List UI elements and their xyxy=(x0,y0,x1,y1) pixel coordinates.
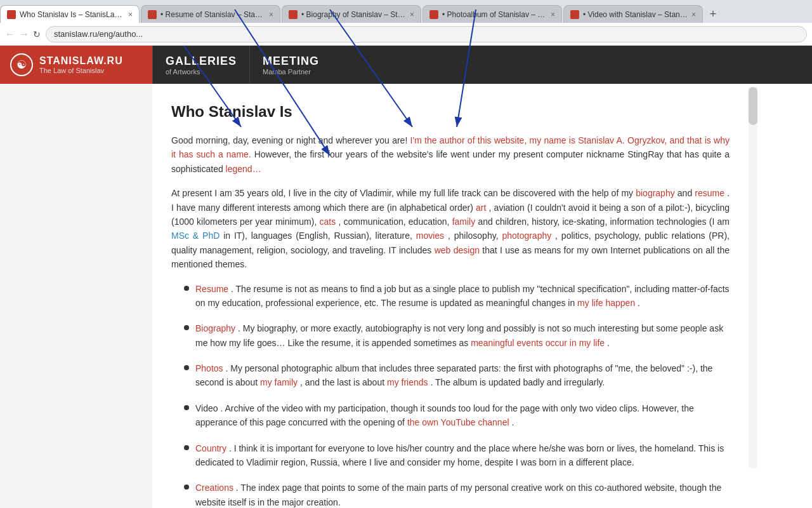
refresh-button[interactable]: ↻ xyxy=(33,29,41,39)
p1-text: Good morning, day, evening or night and … xyxy=(171,135,410,145)
new-tab-button[interactable]: + xyxy=(704,5,722,23)
site-title: STANISLAW.RU xyxy=(39,55,123,67)
tab-close-4[interactable]: × xyxy=(551,10,555,19)
tabs-bar: Who Stanislav Is – StanisLaw.ru × • Resu… xyxy=(0,0,812,23)
p2-text1: At present I am 35 years old, I live in … xyxy=(171,188,636,198)
nav-meeting-label: MEETING xyxy=(263,55,319,68)
my-family-link[interactable]: my family xyxy=(260,377,298,387)
creations-text: . The index page that points to some of … xyxy=(195,483,721,507)
resume-link[interactable]: Resume xyxy=(195,284,228,294)
page-wrapper: Who Stanislav Is – StanisLaw.ru × • Resu… xyxy=(0,0,812,508)
bullet-text-resume: Resume . The resume is not as means to f… xyxy=(195,282,730,311)
bullet-text-country: Country . I think it is important for ev… xyxy=(195,441,730,470)
p2-and: and xyxy=(678,188,695,198)
p2-text6: in IT), languages (English, Russian), li… xyxy=(223,231,416,241)
tab-5[interactable]: • Video with Stanislav – StanisLa... × xyxy=(563,5,703,23)
nav-meeting[interactable]: MEETING Mamba Partner xyxy=(249,46,332,84)
tab-close-3[interactable]: × xyxy=(410,10,414,19)
p2-cats-link[interactable]: cats xyxy=(320,217,336,227)
tab-2[interactable]: • Resume of Stanislav – StanisL... × xyxy=(141,5,280,23)
tab-4[interactable]: • Photoalbum of Stanislav – Stan... × xyxy=(422,5,562,23)
back-button[interactable]: ← xyxy=(5,29,15,40)
bullet-creations: Creations . The index page that points t… xyxy=(184,481,730,508)
tab-title-2: • Resume of Stanislav – StanisL... xyxy=(160,10,265,19)
bullet-dot-resume xyxy=(184,286,189,291)
my-friends-link[interactable]: my friends xyxy=(387,377,428,387)
tab-favicon-2 xyxy=(148,10,157,19)
bio-text: . My biography, or more exactly, autobio… xyxy=(195,323,723,347)
p2-photography-link[interactable]: photography xyxy=(502,231,551,241)
video-text2: . xyxy=(511,417,514,427)
tab-close-5[interactable]: × xyxy=(691,10,696,19)
bullet-dot-country xyxy=(184,445,189,450)
p2-webdesign-link[interactable]: web design xyxy=(435,245,480,255)
p2-bio-link[interactable]: biography xyxy=(636,188,675,198)
bullet-text-creations: Creations . The index page that points t… xyxy=(195,481,730,508)
tab-3[interactable]: • Biography of Stanislav – Stanis... × xyxy=(282,5,421,23)
bullet-text-video: Video . Archive of the video with my par… xyxy=(195,401,730,430)
bullet-text-bio: Biography . My biography, or more exactl… xyxy=(195,321,730,350)
resume-highlight: my life happen xyxy=(577,298,635,308)
bullet-photos: Photos . My personal photographic album … xyxy=(184,361,730,390)
bio-highlight: meaningful events occur in my life xyxy=(471,338,605,348)
paragraph-2: At present I am 35 years old, I live in … xyxy=(171,186,730,271)
p2-movies-link[interactable]: movies xyxy=(416,231,444,241)
tab-favicon-4 xyxy=(429,10,438,19)
p2-text5: and children, history, ice-skating, info… xyxy=(478,217,730,227)
scrollbar-thumb[interactable] xyxy=(749,87,757,125)
content-area: Who Stanislav Is Good morning, day, even… xyxy=(152,84,749,508)
tab-title-1: Who Stanislav Is – StanisLaw.ru xyxy=(20,10,124,19)
resume-text: . The resume is not as means to find a j… xyxy=(195,284,730,308)
bullet-resume: Resume . The resume is not as means to f… xyxy=(184,282,730,311)
site-nav: GALLERIES of Artworks MEETING Mamba Part… xyxy=(152,46,332,84)
page-title: Who Stanislav Is xyxy=(171,103,730,121)
address-bar: ← → ↻ xyxy=(0,23,812,46)
p1-legend-link[interactable]: legend… xyxy=(226,164,261,174)
nav-galleries-label: GALLERIES xyxy=(166,55,237,68)
forward-button[interactable]: → xyxy=(19,29,29,40)
bullet-video: Video . Archive of the video with my par… xyxy=(184,401,730,430)
right-sidebar xyxy=(749,84,812,508)
tab-close-2[interactable]: × xyxy=(269,10,273,19)
country-link[interactable]: Country xyxy=(195,443,226,453)
site-logo-text: STANISLAW.RU The Law of Stanislav xyxy=(39,55,123,74)
photos-link[interactable]: Photos xyxy=(195,363,223,373)
bullet-biography: Biography . My biography, or more exactl… xyxy=(184,321,730,350)
tab-close-1[interactable]: × xyxy=(128,10,133,19)
bullet-dot-creations xyxy=(184,485,189,490)
site-logo-icon: ☯ xyxy=(10,53,33,76)
bullet-dot-video xyxy=(184,405,189,410)
tab-favicon-5 xyxy=(570,10,579,19)
paragraph-1: Good morning, day, evening or night and … xyxy=(171,133,730,176)
p2-text7: , philosophy, xyxy=(448,231,502,241)
site-header: ☯ STANISLAW.RU The Law of Stanislav GALL… xyxy=(0,46,812,84)
site-logo-area: ☯ STANISLAW.RU The Law of Stanislav xyxy=(0,46,152,84)
bullet-country: Country . I think it is important for ev… xyxy=(184,441,730,470)
website-container: ☯ STANISLAW.RU The Law of Stanislav GALL… xyxy=(0,46,812,508)
country-text: . I think it is important for everyone t… xyxy=(195,443,724,467)
nav-galleries-sub: of Artworks xyxy=(166,68,237,76)
tab-1[interactable]: Who Stanislav Is – StanisLaw.ru × xyxy=(0,5,140,23)
bio-text2: . xyxy=(607,338,610,348)
tab-title-4: • Photoalbum of Stanislav – Stan... xyxy=(442,10,547,19)
p2-msc-link[interactable]: MSc & PhD xyxy=(171,231,219,241)
p2-family-link[interactable]: family xyxy=(452,217,476,227)
scrollbar-track[interactable] xyxy=(749,87,757,468)
nav-meeting-sub: Mamba Partner xyxy=(263,68,319,76)
p2-art-link[interactable]: art xyxy=(476,203,486,213)
photos-text3: . The album is updated badly and irregul… xyxy=(430,377,605,387)
url-bar[interactable] xyxy=(46,26,807,43)
tab-title-3: • Biography of Stanislav – Stanis... xyxy=(301,10,406,19)
p2-text4: , communication, education, xyxy=(338,217,452,227)
tab-title-5: • Video with Stanislav – StanisLa... xyxy=(583,10,688,19)
site-subtitle: The Law of Stanislav xyxy=(39,67,123,74)
biography-link[interactable]: Biography xyxy=(195,323,235,333)
bullet-dot-photos xyxy=(184,365,189,370)
browser-chrome: Who Stanislav Is – StanisLaw.ru × • Resu… xyxy=(0,0,812,46)
creations-link[interactable]: Creations xyxy=(195,483,233,493)
nav-galleries[interactable]: GALLERIES of Artworks xyxy=(152,46,249,84)
bullet-list: Resume . The resume is not as means to f… xyxy=(184,282,730,508)
left-sidebar xyxy=(0,84,152,508)
p2-resume-link[interactable]: resume xyxy=(695,188,724,198)
youtube-link[interactable]: the own YouTube channel xyxy=(407,417,509,427)
